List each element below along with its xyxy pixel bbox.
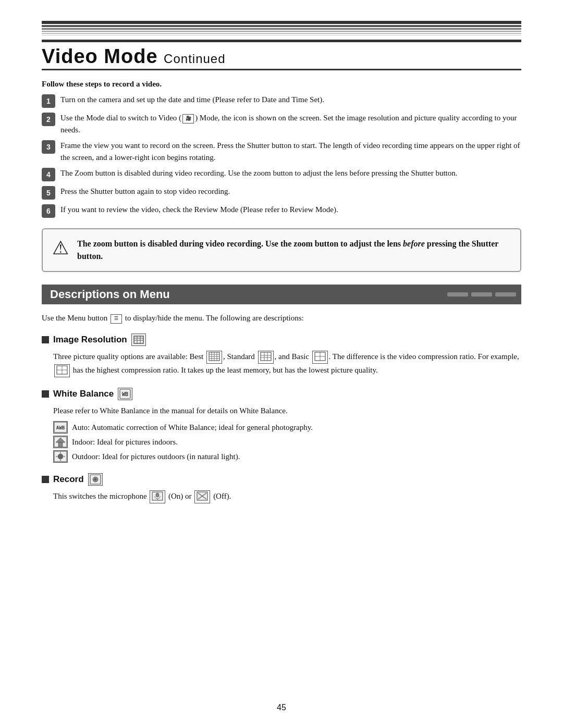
step-text-5: Press the Shutter button again to stop v… [60, 186, 521, 198]
image-resolution-body: Three picture quality options are availa… [42, 350, 521, 377]
image-resolution-label: Image Resolution [53, 335, 127, 345]
svg-text:AWB: AWB [56, 425, 65, 430]
step-number-2: 2 [42, 113, 55, 126]
wb-outdoor-text: Outdoor: Ideal for pictures outdoors (in… [72, 450, 240, 463]
menu-button-icon: ☰ [111, 314, 122, 324]
image-resolution-para1: Three picture quality options are availa… [53, 350, 521, 377]
svg-point-31 [58, 454, 63, 459]
record-icon [88, 473, 103, 486]
white-balance-icon: WB [118, 388, 132, 400]
step-text-1: Turn on the camera and set up the date a… [60, 94, 521, 106]
step-item-4: 4 The Zoom button is disabled during vid… [42, 167, 521, 181]
record-para: This switches the microphone (On) or [53, 490, 521, 503]
best-icon [206, 351, 222, 364]
step-item-3: 3 Frame the view you want to record on t… [42, 140, 521, 163]
video-mode-icon: 🎥 [182, 114, 194, 124]
image-resolution-icon [131, 334, 146, 346]
svg-rect-12 [261, 352, 271, 361]
record-title: Record [42, 473, 521, 486]
svg-rect-0 [134, 336, 143, 343]
basic-icon [312, 351, 328, 364]
step-text-2: Use the Mode dial to switch to Video (🎥)… [60, 112, 521, 135]
step-item-6: 6 If you want to review the video, check… [42, 204, 521, 218]
svg-point-38 [94, 478, 96, 480]
section-header-label: Descriptions on Menu [50, 288, 170, 301]
section-header-descriptions: Descriptions on Menu [42, 285, 521, 304]
page-title: Video Mode Continued [42, 40, 521, 70]
step-number-3: 3 [42, 140, 55, 154]
warning-text: The zoom button is disabled during video… [77, 238, 511, 263]
page-number: 45 [277, 703, 286, 712]
step-text-6: If you want to review the video, check t… [60, 204, 521, 216]
step-item-2: 2 Use the Mode dial to switch to Video (… [42, 112, 521, 135]
section-header-dashes [447, 292, 516, 297]
page: Video Mode Continued Follow these steps … [0, 0, 563, 728]
white-balance-label: White Balance [53, 389, 114, 399]
step-number-6: 6 [42, 204, 55, 218]
white-balance-intro: Please refer to White Banlance in the ma… [53, 404, 521, 417]
wb-item-outdoor: Outdoor: Ideal for pictures outdoors (in… [53, 450, 521, 463]
mic-off-icon [194, 490, 210, 503]
wb-outdoor-icon [53, 450, 68, 463]
white-balance-body: Please refer to White Banlance in the ma… [42, 404, 521, 463]
black-square-icon [42, 336, 49, 343]
subsection-white-balance: White Balance WB Please refer to White B… [42, 388, 521, 463]
warning-text-main: The zoom button is disabled during video… [77, 239, 498, 261]
standard-icon [258, 351, 274, 364]
header-stripes [42, 21, 521, 35]
step-number-5: 5 [42, 186, 55, 200]
record-body: This switches the microphone (On) or [42, 490, 521, 503]
svg-rect-29 [58, 442, 63, 447]
warning-box: ⚠ The zoom button is disabled during vid… [42, 228, 521, 272]
step-number-1: 1 [42, 94, 55, 108]
black-square-rec-icon [42, 476, 49, 483]
mic-on-icon [150, 490, 165, 503]
white-balance-title: White Balance WB [42, 388, 521, 400]
svg-point-40 [156, 493, 159, 497]
black-square-wb-icon [42, 390, 49, 398]
title-continued: Continued [164, 52, 225, 66]
record-label: Record [53, 474, 84, 485]
title-main: Video Mode [42, 45, 158, 67]
wb-auto-icon: AWB [53, 421, 68, 434]
dash-2 [471, 292, 492, 297]
step-number-4: 4 [42, 168, 55, 181]
wb-auto-text: Auto: Automatic correction of White Bala… [72, 421, 313, 434]
step-item-1: 1 Turn on the camera and set up the date… [42, 94, 521, 108]
wb-indoor-icon [53, 436, 68, 448]
dash-3 [495, 292, 516, 297]
menu-intro: Use the Menu button ☰ to display/hide th… [42, 312, 521, 324]
follow-steps-heading: Follow these steps to record a video. [42, 80, 521, 89]
dash-1 [447, 292, 468, 297]
step-item-5: 5 Press the Shutter button again to stop… [42, 186, 521, 200]
wb-item-indoor: Indoor: Ideal for pictures indoors. [53, 436, 521, 448]
wb-item-auto: AWB Auto: Automatic correction of White … [53, 421, 521, 434]
step-text-3: Frame the view you want to record on the… [60, 140, 521, 163]
svg-text:WB: WB [122, 391, 128, 397]
warning-icon: ⚠ [52, 239, 69, 257]
steps-list: 1 Turn on the camera and set up the date… [42, 94, 521, 218]
step-text-4: The Zoom button is disabled during video… [60, 167, 521, 179]
wb-indoor-text: Indoor: Ideal for pictures indoors. [72, 436, 178, 448]
basic-icon-2 [54, 364, 70, 377]
image-resolution-title: Image Resolution [42, 334, 521, 346]
subsection-record: Record This switches the microphone [42, 473, 521, 503]
subsection-image-resolution: Image Resolution Three picture quality o… [42, 334, 521, 377]
